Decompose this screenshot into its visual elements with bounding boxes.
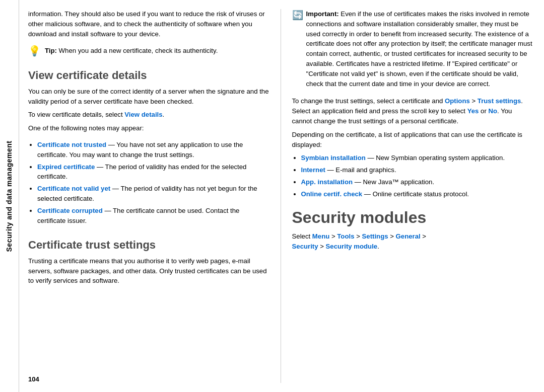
trust-settings-para: Trusting a certificate means that you au… xyxy=(28,256,269,286)
internet-link[interactable]: Internet xyxy=(301,166,325,174)
important-text: Important: Even if the use of certificat… xyxy=(306,9,533,89)
cert-not-valid-yet-link[interactable]: Certificate not valid yet xyxy=(37,185,110,192)
view-cert-para2-pre: To view certificate details, select xyxy=(28,111,124,118)
select-path: Select Menu > Tools > Settings > General… xyxy=(292,231,533,252)
symbian-link[interactable]: Symbian installation xyxy=(301,154,366,162)
list-item: Certificate not valid yet — The period o… xyxy=(37,184,269,204)
symbian-text: — New Symbian operating system applicati… xyxy=(366,154,505,162)
list-item: Online certif. check — Online certificat… xyxy=(301,189,533,199)
app-installation-link[interactable]: App. installation xyxy=(301,178,353,186)
important-content: Even if the use of certificates makes th… xyxy=(306,10,532,88)
sidebar: Security and data management xyxy=(0,0,19,392)
list-item: Symbian installation — New Symbian opera… xyxy=(301,153,533,163)
trust-or: or xyxy=(479,107,488,115)
select-gt3: > xyxy=(388,232,396,240)
right-column: 🔄 Important: Even if the use of certific… xyxy=(281,9,545,383)
settings-link[interactable]: Settings xyxy=(362,232,388,240)
top-paragraph: information. They should also be used if… xyxy=(28,9,269,39)
options-link[interactable]: Options xyxy=(445,97,470,105)
left-column: information. They should also be used if… xyxy=(19,9,281,383)
main-content: information. They should also be used if… xyxy=(19,0,544,392)
view-cert-para2: To view certificate details, select View… xyxy=(28,110,269,120)
trust-settings-link[interactable]: Trust settings xyxy=(478,97,521,105)
important-box: 🔄 Important: Even if the use of certific… xyxy=(292,9,533,92)
select-gt2: > xyxy=(354,232,362,240)
list-item: App. installation — New Java™ applicatio… xyxy=(301,177,533,187)
select-gt4: > xyxy=(421,232,426,240)
trust-change-para: To change the trust settings, select a c… xyxy=(292,96,533,126)
online-certif-link[interactable]: Online certif. check xyxy=(301,190,363,198)
select-end: . xyxy=(377,243,379,250)
page-number: 104 xyxy=(28,371,269,383)
tip-label: Tip: xyxy=(45,47,57,54)
list-item: Certificate not trusted — You have not s… xyxy=(37,140,269,160)
module-link[interactable]: Security module xyxy=(326,243,378,250)
view-details-link[interactable]: View details xyxy=(124,111,162,118)
tip-icon: 💡 xyxy=(28,45,41,57)
tip-text: Tip: When you add a new certificate, che… xyxy=(45,46,218,56)
select-pre: Select xyxy=(292,232,312,240)
list-item: Certificate corrupted — The certificate … xyxy=(37,206,269,226)
tip-content: When you add a new certificate, check it… xyxy=(59,47,218,54)
no-link[interactable]: No xyxy=(489,107,498,115)
apps-list: Symbian installation — New Symbian opera… xyxy=(301,153,533,199)
app-installation-text: — New Java™ application. xyxy=(353,178,434,186)
list-item: Internet — E-mail and graphics. xyxy=(301,165,533,175)
view-cert-para1: You can only be sure of the correct iden… xyxy=(28,87,269,107)
cert-corrupted-link[interactable]: Certificate corrupted xyxy=(37,207,103,214)
notes-intro: One of the following notes may appear: xyxy=(28,123,269,133)
tools-link[interactable]: Tools xyxy=(337,232,354,240)
yes-link[interactable]: Yes xyxy=(467,107,479,115)
trust-para-pre: To change the trust settings, select a c… xyxy=(292,97,445,105)
trust-settings-title: Certificate trust settings xyxy=(28,239,269,252)
internet-text: — E-mail and graphics. xyxy=(325,166,396,174)
security-modules-title: Security modules xyxy=(292,208,533,227)
important-icon: 🔄 xyxy=(292,10,303,21)
general-link[interactable]: General xyxy=(396,232,421,240)
select-gt1: > xyxy=(329,232,337,240)
online-certif-text: — Online certificate status protocol. xyxy=(362,190,469,198)
select-gt5: > xyxy=(318,243,326,250)
tip-box: 💡 Tip: When you add a new certificate, c… xyxy=(28,46,269,57)
security-link[interactable]: Security xyxy=(292,243,318,250)
apps-para: Depending on the certificate, a list of … xyxy=(292,130,533,150)
view-cert-title: View certificate details xyxy=(28,69,269,82)
important-label: Important: xyxy=(306,10,339,18)
list-item: Expired certificate — The period of vali… xyxy=(37,162,269,182)
cert-notes-list: Certificate not trusted — You have not s… xyxy=(37,140,269,227)
cert-not-trusted-link[interactable]: Certificate not trusted xyxy=(37,141,106,148)
view-cert-para2-post: . xyxy=(163,111,165,118)
menu-link[interactable]: Menu xyxy=(312,232,329,240)
trust-gt1: > xyxy=(470,97,478,105)
sidebar-label: Security and data management xyxy=(6,140,14,252)
expired-cert-link[interactable]: Expired certificate xyxy=(37,163,95,171)
